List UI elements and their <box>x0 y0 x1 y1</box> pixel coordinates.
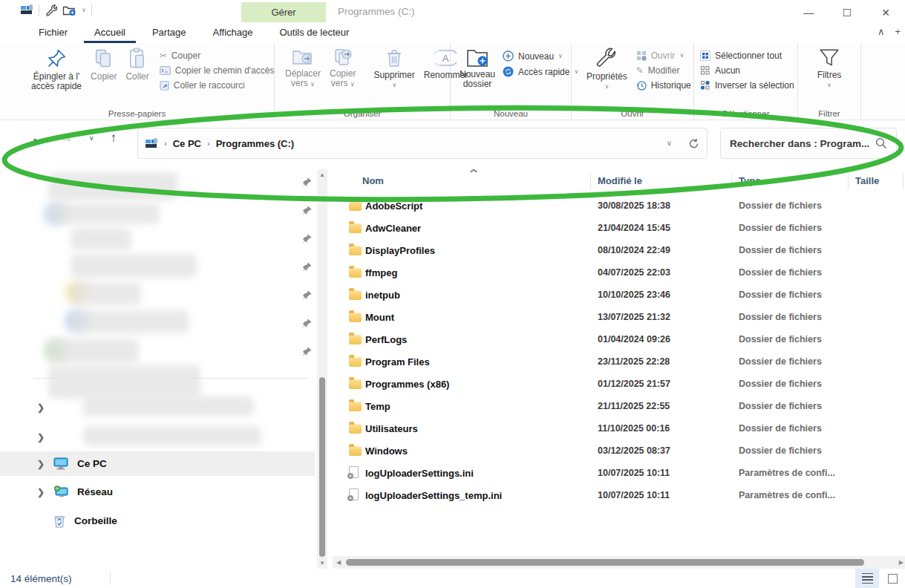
edit-button[interactable]: ✎ Modifier <box>636 65 691 76</box>
file-row[interactable]: logUploaderSettings_temp.ini 10/07/2025 … <box>334 484 905 506</box>
forward-button[interactable]: → <box>60 131 73 146</box>
breadcrumb-separator-icon: › <box>207 139 210 148</box>
column-resize-handle[interactable] <box>903 173 904 189</box>
select-all-button[interactable]: Sélectionner tout <box>700 50 794 61</box>
chevron-down-icon[interactable]: ∨ <box>82 7 86 13</box>
search-input[interactable]: Rechercher dans : Program... <box>720 128 897 159</box>
up-button[interactable]: ↑ <box>111 131 117 146</box>
sidebar-item-blurred[interactable]: ❯ <box>0 425 315 449</box>
file-name: DisplayProfiles <box>365 245 598 256</box>
tab-share[interactable]: Partage <box>142 24 197 43</box>
breadcrumb-current-folder[interactable]: Programmes (C:) <box>216 138 294 149</box>
search-icon[interactable] <box>875 137 887 149</box>
file-row[interactable]: logUploaderSettings.ini 10/07/2025 10:11… <box>334 462 905 484</box>
file-row[interactable]: Utilisateurs 11/10/2025 00:16 Dossier de… <box>334 417 905 440</box>
scroll-right-icon[interactable]: ▶ <box>899 559 904 566</box>
copy-path-button[interactable]: Copier le chemin d'accès <box>160 65 275 76</box>
address-dropdown-chevron-icon[interactable]: ∨ <box>667 140 672 146</box>
file-type-icon <box>349 290 362 300</box>
file-name: AdobeScript <box>365 200 598 212</box>
address-bar[interactable]: › Ce PC › Programmes (C:) ∨ <box>137 128 708 159</box>
properties-qat-icon[interactable] <box>45 4 57 16</box>
file-row[interactable]: Windows 03/12/2025 08:37 Dossier de fich… <box>334 440 905 462</box>
recent-locations-chevron-icon[interactable]: ∨ <box>89 134 94 142</box>
refresh-icon[interactable] <box>688 138 699 149</box>
large-icons-view-button[interactable] <box>881 569 904 588</box>
chevron-right-icon[interactable]: ❯ <box>37 402 45 413</box>
filters-button[interactable]: Filtres ∨ <box>813 46 846 107</box>
maximize-button[interactable]: ☐ <box>828 0 866 24</box>
move-to-button[interactable]: Déplacervers ∨ <box>281 46 325 107</box>
collapse-ribbon-icon[interactable]: ∧ <box>878 26 885 37</box>
new-folder-qat-icon[interactable] <box>62 4 76 16</box>
file-modified-date: 30/08/2025 18:38 <box>598 200 739 211</box>
invert-selection-button[interactable]: Inverser la sélection <box>700 80 794 91</box>
manage-contextual-tab[interactable]: Gérer <box>241 2 326 22</box>
file-modified-date: 21/04/2024 15:45 <box>598 223 739 233</box>
breadcrumb-this-pc[interactable]: Ce PC <box>173 138 201 149</box>
file-row[interactable]: PerfLogs 01/04/2024 09:26 Dossier de fic… <box>334 328 905 350</box>
column-header-modified[interactable]: Modifié le <box>598 175 642 186</box>
paste-shortcut-button[interactable]: Coller le raccourci <box>160 80 275 91</box>
tab-view[interactable]: Affichage <box>202 24 263 43</box>
file-row[interactable]: inetpub 10/10/2025 23:46 Dossier de fich… <box>334 284 905 306</box>
pin-ribbon-icon[interactable]: + <box>895 26 901 37</box>
file-row[interactable]: Temp 21/11/2025 22:55 Dossier de fichier… <box>334 395 905 417</box>
chevron-right-icon[interactable]: ❯ <box>37 432 45 442</box>
tab-drive-tools[interactable]: Outils de lecteur <box>269 24 359 43</box>
new-folder-button[interactable]: Nouveaudossier <box>455 46 500 107</box>
file-row[interactable]: Programmes (x86) 01/12/2025 21:57 Dossie… <box>334 373 905 395</box>
pin-icon <box>301 318 313 329</box>
column-resize-handle[interactable] <box>731 173 732 189</box>
sidebar-item-blurred[interactable]: ❯ <box>0 395 315 419</box>
plus-circle-icon <box>503 50 514 62</box>
file-explorer-window: ∨ Gérer Programmes (C:) — ☐ ✕ Fichier Ac… <box>0 0 905 588</box>
scroll-left-icon[interactable]: ◀ <box>336 559 341 566</box>
tab-file[interactable]: Fichier <box>28 24 78 43</box>
file-row[interactable]: DisplayProfiles 08/10/2024 22:49 Dossier… <box>334 239 905 261</box>
ribbon-group-open: Propriétés ∨ Ouvrir ∨ ✎ Modifier <box>572 43 694 120</box>
copy-to-button[interactable]: Copiervers ∨ <box>325 46 360 107</box>
column-header-name[interactable]: Nom <box>362 175 384 186</box>
copy-button[interactable]: Copier <box>86 46 121 107</box>
sidebar-vertical-scrollbar[interactable]: ▲ ▼ <box>317 169 327 569</box>
file-row[interactable]: ffmpeg 04/07/2025 22:03 Dossier de fichi… <box>334 261 905 284</box>
file-row[interactable]: Mount 13/07/2025 21:32 Dossier de fichie… <box>334 306 905 328</box>
properties-button[interactable]: Propriétés ∨ <box>582 46 632 107</box>
file-row[interactable]: Program Files 23/11/2025 22:28 Dossier d… <box>334 350 905 373</box>
sidebar-item-this-pc[interactable]: ❯ Ce PC <box>0 451 315 476</box>
details-view-button[interactable] <box>855 569 879 588</box>
column-resize-handle[interactable] <box>590 173 591 189</box>
file-row[interactable]: AdwCleaner 21/04/2024 15:45 Dossier de f… <box>334 217 905 239</box>
open-button[interactable]: Ouvrir ∨ <box>636 50 691 61</box>
navigation-pane: ❯ ❯ ❯ Ce PC ❯ Réseau ❯ <box>0 165 329 570</box>
sidebar-item-network[interactable]: ❯ Réseau <box>0 480 315 504</box>
back-button[interactable]: ← <box>31 131 44 146</box>
column-header-size[interactable]: Taille <box>855 175 879 186</box>
horizontal-scrollbar[interactable]: ◀ ▶ <box>333 556 905 569</box>
chevron-right-icon[interactable]: ❯ <box>37 487 45 497</box>
column-header-type[interactable]: Type <box>739 175 760 186</box>
cut-button[interactable]: ✂ Couper <box>160 50 275 61</box>
paste-button[interactable]: Coller <box>121 46 153 107</box>
quick-access-button[interactable]: Accès rapide ∨ <box>503 66 578 77</box>
file-row[interactable]: AdobeScript 30/08/2025 18:38 Dossier de … <box>334 195 905 217</box>
pin-to-quick-access-button[interactable]: Épingler à l'accès rapide <box>27 46 86 107</box>
sidebar-item-recycle-bin[interactable]: ❯ Corbeille <box>0 509 315 533</box>
column-resize-handle[interactable] <box>848 173 849 189</box>
chevron-right-icon[interactable]: ❯ <box>37 459 45 469</box>
scrollbar-thumb[interactable] <box>319 377 325 557</box>
new-item-button[interactable]: Nouveau ∨ <box>503 50 578 62</box>
delete-button[interactable]: Supprimer ∨ <box>369 46 419 107</box>
select-none-button[interactable]: Aucun <box>700 65 794 76</box>
scroll-down-icon[interactable]: ▼ <box>317 560 327 566</box>
ribbon-group-organize: Déplacervers ∨ Copiervers ∨ Supprimer ∨ <box>275 43 451 120</box>
scrollbar-thumb[interactable] <box>346 559 864 566</box>
history-button[interactable]: Historique <box>636 80 691 91</box>
select-none-icon <box>700 65 710 76</box>
details-view-icon <box>862 573 873 584</box>
close-button[interactable]: ✕ <box>866 0 905 24</box>
tab-home[interactable]: Accueil <box>84 24 136 43</box>
scroll-up-icon[interactable]: ▲ <box>317 172 327 178</box>
minimize-button[interactable]: — <box>789 0 828 24</box>
